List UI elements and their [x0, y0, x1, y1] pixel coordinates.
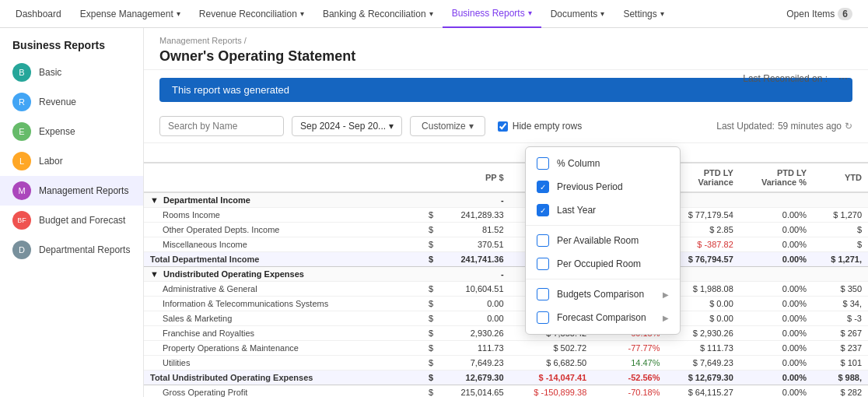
dropdown-item-forecast-comparison[interactable]: Forecast Comparison ▶ [526, 306, 680, 329]
col-dollar-sign [421, 163, 439, 192]
sidebar-title: Business Reports [0, 28, 143, 58]
chevron-down-icon: ▾ [429, 9, 433, 18]
dropdown-item-per-available-room[interactable]: Per Available Room [526, 229, 680, 252]
nav-item-business-reports[interactable]: Business Reports ▾ [443, 0, 541, 28]
customize-button[interactable]: Customize ▾ [410, 116, 485, 136]
search-input[interactable] [159, 116, 284, 136]
table-row: Total Undistributed Operating Expenses $… [144, 371, 868, 385]
checkbox-icon [537, 258, 549, 270]
checkbox-icon [537, 234, 549, 247]
nav-item-dashboard[interactable]: Dashboard [6, 0, 71, 28]
table-row: ▼ Undistributed Operating Expenses - [144, 267, 868, 282]
table-row: Property Operations & Maintenance $ 111.… [144, 341, 868, 356]
table-row: Franchise and Royalties $ 2,930.26 $ 7,3… [144, 326, 868, 341]
table-row: ▼ Departmental Income - [144, 192, 868, 208]
sidebar: Business Reports B Basic R Revenue E Exp… [0, 28, 144, 397]
nav-item-settings[interactable]: Settings ▾ [614, 0, 673, 28]
nav-item-revenue[interactable]: Revenue Reconciliation ▾ [190, 0, 313, 28]
customize-dropdown: % Column ✓ Previous Period ✓ Last Year P… [525, 146, 681, 335]
chevron-right-icon: ▶ [663, 290, 669, 299]
dropdown-item-last-year[interactable]: ✓ Last Year [526, 198, 680, 222]
dropdown-item-per-occupied-room[interactable]: Per Occupied Room [526, 252, 680, 276]
nav-item-banking[interactable]: Banking & Reconciliation ▾ [313, 0, 443, 28]
chevron-down-icon: ▾ [660, 9, 664, 18]
more-options-button[interactable]: ⋯ [834, 72, 852, 86]
toolbar: Sep 2024 - Sep 20... ▾ Customize ▾ Hide … [144, 110, 868, 143]
table-row: Rooms Income $ 241,289.33 $ -164,109.79 … [144, 208, 868, 223]
last-updated: Last Updated: 59 minutes ago ↻ [716, 121, 852, 132]
table-row: Gross Operating Profit $ 215,014.65 $ -1… [144, 385, 868, 398]
table-row: Information & Telecommunications Systems… [144, 297, 868, 311]
checkbox-icon [537, 311, 549, 324]
revenue-icon: R [12, 93, 31, 111]
dropdown-item-previous-period[interactable]: ✓ Previous Period [526, 175, 680, 198]
sidebar-item-labor[interactable]: L Labor [0, 146, 143, 176]
nav-item-expense[interactable]: Expense Management ▾ [71, 0, 190, 28]
col-header-pp: PP $ [439, 163, 509, 192]
table-row: Administrative & General $ 10,604.51 $ -… [144, 282, 868, 297]
chevron-down-icon: ▾ [300, 9, 304, 18]
dropdown-item-budgets-comparison[interactable]: Budgets Comparison ▶ [526, 283, 680, 306]
col-header-ptd-ly-variance-pct: PTD LYVariance % [740, 163, 813, 192]
chevron-right-icon: ▶ [663, 314, 669, 322]
top-nav: Dashboard Expense Management ▾ Revenue R… [0, 0, 868, 28]
labor-icon: L [12, 152, 31, 170]
management-icon: M [12, 181, 31, 200]
chevron-down-icon: ▾ [177, 9, 180, 18]
table-row: Total Departmental Income $ 241,741.36 $… [144, 252, 868, 267]
sidebar-item-expense[interactable]: E Expense [0, 117, 143, 146]
table-row: Miscellaneous Income $ 370.51 $ -758.33 … [144, 237, 868, 252]
sidebar-item-revenue[interactable]: R Revenue [0, 87, 143, 117]
chevron-down-icon: ▾ [389, 121, 394, 132]
open-items[interactable]: Open Items 6 [777, 8, 862, 20]
dropdown-item-pct-column[interactable]: % Column [526, 152, 680, 175]
checkbox-icon: ✓ [537, 181, 549, 193]
col-header-ytd: YTD [813, 163, 868, 192]
table-wrapper[interactable]: SEP 2024 PP $ Variance Variance % PTD LY… [144, 143, 868, 397]
sidebar-item-budget[interactable]: BF Budget and Forecast [0, 206, 143, 235]
checkbox-icon [537, 157, 549, 170]
chevron-down-icon: ▾ [600, 9, 604, 18]
page-title: Owner's Operating Statement [159, 48, 852, 65]
main-content: Management Reports / Owner's Operating S… [144, 28, 868, 397]
table-row: Other Operated Depts. Income $ 81.52 $ -… [144, 223, 868, 237]
checkbox-icon: ✓ [537, 204, 549, 216]
chevron-down-icon: ▾ [528, 9, 532, 17]
sidebar-item-departmental[interactable]: D Departmental Reports [0, 235, 143, 265]
header-right: Last Reconciled on : ⋯ [743, 72, 852, 86]
col-header-dollar [421, 143, 439, 163]
refresh-icon[interactable]: ↻ [845, 121, 852, 132]
breadcrumb[interactable]: Management Reports / [159, 36, 852, 45]
content-header: Management Reports / Owner's Operating S… [144, 28, 868, 70]
departmental-icon: D [12, 241, 31, 259]
open-items-badge: 6 [838, 8, 852, 20]
app-container: Dashboard Expense Management ▾ Revenue R… [0, 0, 868, 397]
chevron-down-icon: ▾ [469, 121, 474, 132]
date-picker[interactable]: Sep 2024 - Sep 20... ▾ [292, 116, 402, 136]
sidebar-item-management[interactable]: M Management Reports [0, 176, 143, 206]
sidebar-item-basic[interactable]: B Basic [0, 58, 143, 87]
expense-icon: E [12, 122, 31, 141]
hide-empty-rows-toggle[interactable]: Hide empty rows [498, 121, 582, 132]
nav-item-documents[interactable]: Documents ▾ [541, 0, 614, 28]
checkbox-icon [537, 288, 549, 300]
col-header-label [144, 163, 421, 192]
table-row: Utilities $ 7,649.23 $ 6,682.50 14.47% $… [144, 356, 868, 371]
basic-icon: B [12, 63, 31, 82]
col-header-name [144, 143, 421, 163]
budget-icon: BF [12, 211, 31, 230]
table-row: Sales & Marketing $ 0.00 $ 38.76 -100.00… [144, 311, 868, 326]
report-table: SEP 2024 PP $ Variance Variance % PTD LY… [144, 143, 868, 397]
